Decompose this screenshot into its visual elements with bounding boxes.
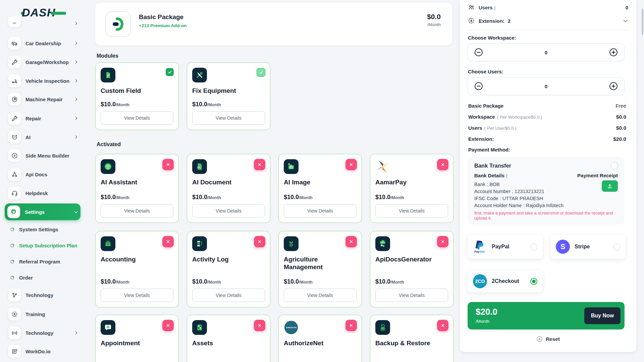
stripe-radio[interactable]	[613, 243, 620, 250]
briefcase-icon	[101, 236, 115, 251]
addon-card-activity-log: Activity Log $10.0/Month View Details	[187, 231, 270, 307]
paypal-radio[interactable]	[530, 243, 537, 250]
chevron-down-icon	[623, 18, 628, 24]
extension-expander[interactable]: Extension: 2	[468, 16, 628, 25]
chevron-right-icon	[74, 97, 78, 102]
remove-addon-button[interactable]	[254, 236, 265, 247]
bank-transfer-option[interactable]: Bank Transfer Bank Details : Payment Rec…	[468, 157, 625, 225]
remove-addon-button[interactable]	[345, 320, 357, 331]
remove-addon-button[interactable]	[254, 320, 265, 331]
view-details-button[interactable]: View Details	[101, 204, 173, 218]
module-card-custom-field: Custom Field $10.0/Month View Details	[95, 62, 179, 130]
chevron-down-icon	[73, 209, 78, 215]
view-details-button[interactable]: View Details	[101, 289, 173, 302]
module-checked-checkbox[interactable]	[257, 68, 265, 77]
paypal-logo-icon: PayPal	[473, 240, 487, 254]
svg-text:Ai: Ai	[198, 167, 200, 168]
view-details-button[interactable]: View Details	[101, 111, 173, 125]
sidebar-item-ai[interactable]: AI	[5, 131, 80, 143]
sidebar-item-workdo-io[interactable]: WorkDo.io	[5, 345, 80, 358]
sidebar-item-side-menu-builder[interactable]: Side Menu Builder	[5, 149, 80, 162]
technology-hub-icon	[8, 289, 21, 301]
activated-row-2: Accounting $10.0/Month View Details Acti…	[95, 231, 453, 307]
total-price: $20.0	[476, 307, 497, 317]
sidebar-item-settings[interactable]: Settings	[5, 203, 80, 220]
remove-addon-button[interactable]	[162, 320, 174, 331]
activity-list-icon	[192, 236, 207, 251]
modules-heading: Modules	[97, 53, 118, 59]
payment-option-paypal[interactable]: PayPal PayPal	[468, 235, 543, 259]
sidebar-item-training[interactable]: Training	[5, 308, 80, 320]
chevron-right-icon	[74, 60, 78, 64]
payment-receipt-label: Payment Receipt	[577, 173, 618, 178]
users-icon	[468, 4, 475, 11]
payment-option-2checkout[interactable]: 2CO 2Checkout	[468, 270, 543, 292]
sidebar-subitem-system-settings[interactable]: System Settings	[10, 222, 77, 237]
pricing-row-basic-package: Basic Package Free	[468, 103, 626, 109]
sidebar-item-technology-hub[interactable]: Technology	[5, 289, 80, 301]
addon-name: Appointment	[101, 339, 173, 347]
view-details-button[interactable]: View Details	[192, 289, 265, 302]
sidebar-item-machine-repair[interactable]: Machine Repair	[5, 93, 80, 106]
chevron-right-icon	[74, 21, 78, 26]
activated-heading: Activated	[97, 141, 121, 147]
remove-addon-button[interactable]	[162, 159, 174, 170]
addon-name: Agriculture Management	[284, 255, 357, 271]
view-details-button[interactable]: View Details	[375, 204, 448, 218]
plus-button[interactable]	[609, 48, 618, 57]
ai-icon	[8, 131, 21, 143]
sidebar-item-api-docs[interactable]: Api Docs	[5, 168, 80, 181]
sidebar-subitem-referral-program[interactable]: Referral Program	[10, 254, 77, 269]
reset-button[interactable]: Reset	[460, 336, 636, 342]
sidebar-item-car-dealership[interactable]: Car Dealership	[5, 37, 80, 50]
view-details-button[interactable]: View Details	[284, 204, 357, 218]
minus-button[interactable]	[474, 81, 483, 91]
addon-name: Activity Log	[192, 255, 265, 263]
view-details-button[interactable]: View Details	[192, 204, 265, 218]
sidebar-item-partial[interactable]	[5, 17, 80, 30]
buy-now-button[interactable]: Buy Now	[584, 307, 621, 324]
payment-option-stripe[interactable]: S Stripe	[550, 235, 626, 259]
reset-circle-x-icon	[536, 336, 543, 342]
bank-transfer-radio[interactable]	[611, 162, 618, 169]
module-checked-checkbox[interactable]	[166, 68, 174, 76]
2checkout-radio[interactable]	[530, 278, 537, 285]
sidebar-subitem-order[interactable]: Order	[10, 270, 77, 285]
addon-name: Assets	[192, 339, 265, 347]
workdo-icon	[8, 345, 21, 358]
sidebar-item-vehicle-inspection[interactable]: Vehicle Inspection	[5, 74, 80, 87]
sidebar-item-garage-workshop[interactable]: Garage/Workshop	[5, 56, 80, 68]
scrollbar-thumb[interactable]	[642, 9, 643, 35]
sidebar-item-repair[interactable]: Repair	[5, 112, 80, 125]
sidebar-subitem-setup-subscription-plan[interactable]: Setup Subscription Plan	[10, 238, 77, 253]
fix-equipment-icon	[192, 68, 207, 82]
svg-text:Pay: Pay	[474, 250, 480, 253]
repair-icon	[8, 112, 21, 125]
sidebar-item-helpdesk[interactable]: Helpdesk	[5, 187, 80, 199]
view-details-button[interactable]: View Details	[284, 289, 357, 302]
users-count-value: 0	[626, 5, 628, 10]
addon-card-assets: Assets $10.0/Month View Details	[187, 315, 270, 362]
ai-document-icon: Ai	[192, 159, 207, 174]
remove-addon-button[interactable]	[345, 159, 357, 170]
remove-addon-button[interactable]	[437, 159, 448, 170]
view-details-button[interactable]: View Details	[375, 289, 448, 302]
remove-addon-button[interactable]	[437, 236, 448, 247]
activated-row-1: AI Assistant $10.0/Month View Details Ai…	[95, 154, 453, 223]
upload-receipt-button[interactable]	[602, 180, 618, 192]
sidebar-item-technology-broadcast[interactable]: Technology	[5, 326, 80, 339]
module-price: $10.0/Month	[101, 101, 173, 108]
plus-button[interactable]	[609, 81, 618, 91]
minus-button[interactable]	[474, 48, 483, 57]
remove-addon-button[interactable]	[437, 320, 448, 331]
remove-addon-button[interactable]	[162, 236, 174, 247]
users-row: Users : 0	[468, 3, 628, 12]
premium-addon-link[interactable]: +213 Premium Add-on	[139, 23, 186, 28]
garage-workshop-icon	[8, 56, 21, 68]
view-details-button[interactable]: View Details	[192, 111, 265, 125]
modules-row: Custom Field $10.0/Month View Details Fi…	[95, 62, 270, 130]
remove-addon-button[interactable]	[254, 159, 265, 170]
divider	[468, 30, 628, 31]
remove-addon-button[interactable]	[345, 236, 357, 247]
addon-card-aamarpay: AamarPay $10.0/Month View Details	[370, 154, 453, 223]
